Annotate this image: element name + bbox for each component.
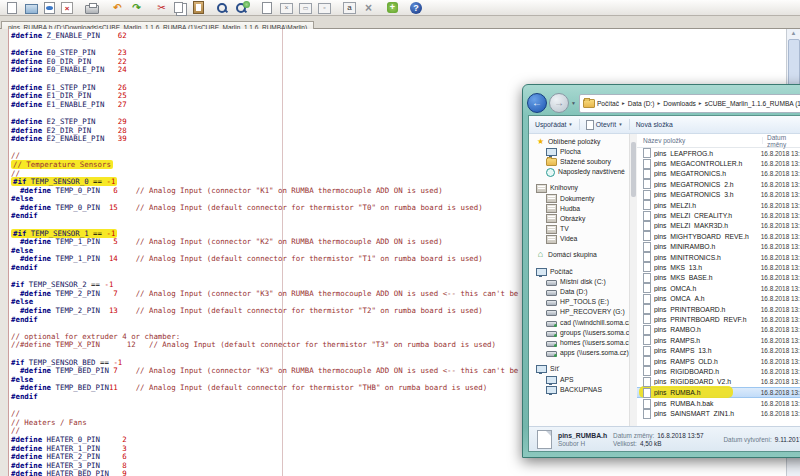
address-bar[interactable]: Počítač▸Data (D:)▸Downloads▸sCUBE_Marlin…: [579, 94, 800, 113]
sidebar-item-tv[interactable]: TV: [529, 224, 629, 234]
monitor-icon: [546, 386, 557, 394]
file-row[interactable]: pins_MELZI_CREALITY.h16.8.2018 13:57: [637, 210, 800, 220]
forward-button[interactable]: →: [549, 93, 569, 113]
add-plugin-icon[interactable]: [387, 2, 398, 13]
sidebar-item-backupnas[interactable]: BACKUPNAS: [529, 384, 629, 394]
sidebar-item-obr-zky[interactable]: Obrázky: [529, 213, 629, 223]
file-row[interactable]: pins_RAMPS_13.h16.8.2018 13:57: [637, 345, 800, 355]
sidebar-item-m-stn-disk-c[interactable]: Místní disk (C:): [529, 276, 629, 286]
paste-icon[interactable]: [193, 1, 204, 14]
font-icon[interactable]: [343, 2, 356, 14]
find-replace-icon[interactable]: [235, 2, 248, 14]
sidebar-item-s[interactable]: Síť: [529, 364, 629, 374]
redo-icon[interactable]: [130, 2, 143, 14]
sidebar-item-cad-windchill-soma-cz[interactable]: cad (\\windchill.soma.cz): [529, 317, 629, 327]
netdrive-icon: [546, 331, 557, 337]
sidebar-item-plocha[interactable]: Plocha: [529, 146, 629, 156]
sidebar-item-groups-users-soma-cz[interactable]: groups (\\users.soma.cz): [529, 327, 629, 337]
file-icon: [643, 273, 651, 283]
file-row[interactable]: pins_RUMBA.h.bak16.8.2018 13:57: [637, 398, 800, 408]
close-file-icon[interactable]: [61, 2, 73, 14]
breadcrumb-item[interactable]: Downloads: [661, 100, 698, 107]
file-row[interactable]: pins_MEGATRONICS_2.h16.8.2018 13:57: [637, 179, 800, 189]
sidebar-item-po-ta[interactable]: Počítač: [529, 266, 629, 276]
window-tile-v-icon[interactable]: [318, 3, 331, 14]
file-row[interactable]: pins_LEAPFROG.h16.8.2018 13:57: [637, 148, 800, 158]
sidebar-item-naposledy-nav-t-ven[interactable]: Naposledy navštívené: [529, 167, 629, 177]
file-row[interactable]: pins_MINITRONICS.h16.8.2018 13:57: [637, 252, 800, 262]
sidebar-item-aps[interactable]: APS: [529, 374, 629, 384]
sidebar-item-hudba[interactable]: Hudba: [529, 203, 629, 213]
folder-icon: [583, 99, 595, 108]
sidebar-item-videa[interactable]: Videa: [529, 234, 629, 244]
editor-tabbar: pins_RUMBA.h (D:\Downloads\sCUBE_Marlin_…: [0, 16, 800, 29]
file-row[interactable]: pins_RAMBO.h16.8.2018 13:57: [637, 325, 800, 335]
file-date: 16.8.2018 13:57: [757, 410, 800, 417]
file-row[interactable]: pins_MINIRAMBO.h16.8.2018 13:57: [637, 242, 800, 252]
help-icon[interactable]: [410, 2, 422, 14]
sidebar-item-obl-ben-polo-ky[interactable]: Oblíbené položky: [529, 136, 629, 146]
column-header-name[interactable]: Název položky: [637, 137, 763, 144]
window-tile-h-icon[interactable]: [299, 3, 312, 14]
open-folder-icon[interactable]: [25, 4, 38, 14]
save-file-icon[interactable]: [44, 2, 55, 14]
file-name: pins_MEGATRONICS.h: [654, 170, 757, 177]
scrollbar-thumb[interactable]: [631, 142, 636, 197]
organize-button[interactable]: Uspořádat ▼: [529, 121, 579, 128]
file-row[interactable]: pins_MEGACONTROLLER.h16.8.2018 13:57: [637, 158, 800, 168]
breadcrumb-item[interactable]: Počítač: [595, 100, 621, 107]
sidebar-item-hp-recovery-g[interactable]: HP_RECOVERY (G:): [529, 307, 629, 317]
open-button[interactable]: Otevřít ▼: [580, 120, 629, 130]
cut-icon[interactable]: [155, 2, 168, 14]
file-row[interactable]: pins_MKS_13.h16.8.2018 13:57: [637, 262, 800, 272]
file-row[interactable]: pins_MEGATRONICS.h16.8.2018 13:57: [637, 169, 800, 179]
file-row[interactable]: pins_RIGIDBOARD.h16.8.2018 13:57: [637, 366, 800, 376]
settings-icon[interactable]: [362, 2, 375, 14]
file-date: 16.8.2018 13:57: [757, 389, 800, 396]
file-date: 16.8.2018 13:57: [757, 222, 800, 229]
sidebar-item-data-d[interactable]: Data (D:): [529, 286, 629, 296]
file-row[interactable]: pins_MELZI_MAKR3D.h16.8.2018 13:57: [637, 221, 800, 231]
column-header-date[interactable]: Datum změny: [763, 134, 800, 148]
file-name: pins_PRINTRBOARD.h: [654, 306, 757, 313]
file-row[interactable]: pins_MIGHTYBOARD_REVE.h16.8.2018 13:57: [637, 231, 800, 241]
sidebar-scrollbar[interactable]: [629, 134, 637, 426]
file-icon: [643, 304, 651, 314]
screen: pins_RUMBA.h (D:\Downloads\sCUBE_Marlin_…: [0, 0, 800, 476]
file-row[interactable]: pins_MELZI.h16.8.2018 13:57: [637, 200, 800, 210]
breadcrumb-item[interactable]: Data (D:): [626, 100, 657, 107]
file-row[interactable]: pins_MEGATRONICS_3.h16.8.2018 13:57: [637, 190, 800, 200]
sidebar-item-hp-tools-e[interactable]: HP_TOOLS (E:): [529, 297, 629, 307]
sidebar-item-dom-c-skupina[interactable]: Domácí skupina: [529, 250, 629, 260]
print-icon[interactable]: [85, 5, 99, 14]
file-row[interactable]: pins_OMCA_A.h16.8.2018 13:57: [637, 293, 800, 303]
file-row[interactable]: pins_PRINTRBOARD.h16.8.2018 13:57: [637, 304, 800, 314]
file-row[interactable]: pins_MKS_BASE.h16.8.2018 13:57: [637, 273, 800, 283]
copy-icon[interactable]: [174, 2, 183, 13]
file-row[interactable]: pins_PRINTRBOARD_REVF.h16.8.2018 13:57: [637, 314, 800, 324]
netdrive-icon: [546, 351, 557, 357]
history-dropdown-icon[interactable]: ▼: [571, 100, 576, 106]
sidebar-item-knihovny[interactable]: Knihovny: [529, 183, 629, 193]
window-cascade-icon[interactable]: [280, 3, 293, 14]
new-file-icon[interactable]: [7, 2, 17, 14]
file-row[interactable]: pins_RAMPS_OLD.h16.8.2018 13:57: [637, 356, 800, 366]
file-date: 16.8.2018 13:57: [757, 191, 800, 198]
sidebar-item-sta-en-soubory[interactable]: Stažené soubory: [529, 156, 629, 166]
file-row[interactable]: pins_RAMPS.h16.8.2018 13:57: [637, 335, 800, 345]
find-icon[interactable]: [216, 2, 229, 14]
file-date: 16.8.2018 13:57: [757, 306, 800, 313]
breadcrumb-item[interactable]: sCUBE_Marlin_1.1.6_RUMBA (1): [703, 100, 800, 107]
sidebar-item-apps-users-soma-cz-z[interactable]: apps (\\users.soma.cz) (Z: [529, 348, 629, 358]
back-button[interactable]: ←: [527, 93, 547, 113]
file-row[interactable]: pins_OMCA.h16.8.2018 13:57: [637, 283, 800, 293]
undo-icon[interactable]: [111, 2, 124, 14]
file-row[interactable]: pins_RUMBA.h16.8.2018 13:57: [637, 387, 800, 398]
list-header: Název položky Datum změny: [637, 134, 800, 148]
sidebar-item-homes-users-soma-cz[interactable]: homes (\\users.soma.cz): [529, 337, 629, 347]
file-row[interactable]: pins_SAINSMART_ZIN1.h16.8.2018 13:57: [637, 409, 800, 419]
new-folder-button[interactable]: Nová složka: [630, 121, 679, 128]
sidebar-item-dokumenty[interactable]: Dokumenty: [529, 193, 629, 203]
new-window-icon[interactable]: [262, 2, 272, 14]
file-icon: [643, 211, 651, 221]
